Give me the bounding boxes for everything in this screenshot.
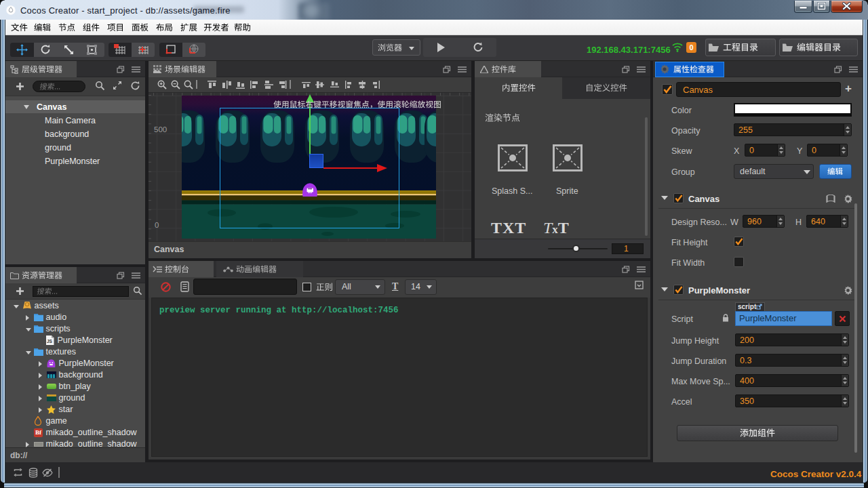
svg-text:JS: JS — [47, 339, 53, 344]
